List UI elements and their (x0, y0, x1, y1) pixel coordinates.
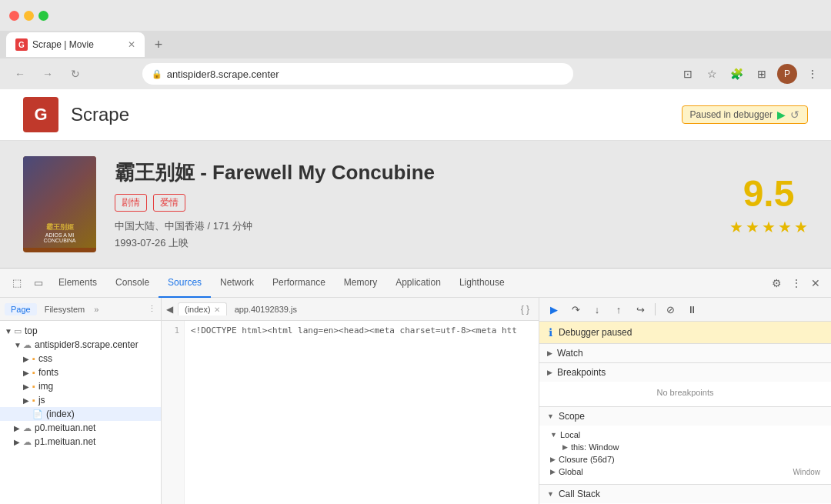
scope-this-item[interactable]: ▶ this: Window (550, 441, 820, 453)
scope-content: ▼ Local ▶ this: Window ▶ Closure (56d7) (539, 426, 831, 484)
browser-window: G Scrape | Movie ✕ + ← → ↻ 🔒 antispider8… (0, 0, 831, 504)
deactivate-breakpoints-button[interactable]: ⊘ (662, 301, 679, 318)
step-into-button[interactable]: ↓ (589, 301, 606, 318)
breakpoints-section-title: Breakpoints (557, 367, 606, 378)
star-4: ★ (778, 218, 792, 236)
tab-performance[interactable]: Performance (263, 269, 335, 298)
code-area: 1 <!DOCTYPE html><html lang=en><head><me… (162, 321, 539, 504)
breakpoints-empty-text: No breakpoints (550, 385, 820, 400)
breakpoints-section-header[interactable]: ▶ Breakpoints (539, 363, 831, 382)
sources-tab-page[interactable]: Page (5, 303, 37, 315)
bookmark-icon[interactable]: ☆ (703, 65, 722, 83)
sources-tab-filesystem[interactable]: Filesystem (38, 303, 92, 315)
tab-lighthouse[interactable]: Lighthouse (450, 269, 514, 298)
editor-format-icon[interactable]: { } (516, 304, 534, 315)
editor-tab-app[interactable]: app.40192839.js (229, 305, 303, 314)
watch-section-header[interactable]: ▶ Watch (539, 344, 831, 362)
step-button[interactable]: ↪ (632, 301, 649, 318)
scope-global-item[interactable]: ▶ Global Window (550, 466, 820, 478)
folder-icon-js: ▪ (32, 396, 35, 405)
step-over-icon[interactable]: ↺ (790, 108, 799, 121)
movie-info: 霸王别姬 - Farewell My Concubine 剧情 爱情 中国大陆、… (115, 159, 688, 250)
scope-global-label: Global (559, 467, 583, 476)
extensions-icon[interactable]: 🧩 (728, 65, 746, 83)
scope-section-header[interactable]: ▼ Scope (539, 407, 831, 426)
devtools-close-icon[interactable]: ✕ (806, 277, 825, 289)
menu-icon[interactable]: ⋮ (803, 65, 822, 83)
scope-arrow-icon: ▼ (547, 412, 554, 420)
devtools-settings-icon[interactable]: ⚙ (767, 277, 786, 289)
scope-local-item[interactable]: ▼ Local (550, 429, 820, 441)
sources-more-button[interactable]: » (94, 305, 98, 314)
toolbar-separator (655, 303, 656, 315)
movie-poster: 霸王别姬 ADIOS A MICONCUBINA (23, 156, 96, 252)
tree-item-fonts[interactable]: ▶ ▪ fonts (0, 365, 161, 379)
new-tab-button[interactable]: + (148, 34, 169, 55)
profile-icon[interactable]: ⊞ (753, 65, 771, 83)
tab-elements[interactable]: Elements (49, 269, 106, 298)
tree-item-p0[interactable]: ▶ ☁ p0.meituan.net (0, 421, 161, 435)
devtools-panel: ⬚ ▭ Elements Console Sources Network Per… (0, 268, 831, 504)
devtools-device-icon[interactable]: ▭ (28, 272, 49, 294)
tab-sources[interactable]: Sources (159, 269, 211, 298)
tab-network[interactable]: Network (211, 269, 263, 298)
favicon-letter: G (18, 41, 25, 49)
cast-icon[interactable]: ⊡ (679, 65, 697, 83)
scope-closure-label: Closure (56d7) (559, 455, 615, 464)
forward-button[interactable]: → (37, 63, 58, 85)
minimize-button[interactable] (24, 11, 34, 21)
tree-item-css[interactable]: ▶ ▪ css (0, 352, 161, 365)
step-over-button[interactable]: ↷ (567, 301, 584, 318)
browser-toolbar: ⊡ ☆ 🧩 ⊞ P ⋮ (679, 64, 822, 84)
resume-icon[interactable]: ▶ (777, 108, 786, 121)
close-button[interactable] (9, 11, 19, 21)
tree-arrow-js: ▶ (23, 396, 32, 405)
tree-label-domain: antispider8.scrape.center (35, 339, 138, 350)
step-out-button[interactable]: ↑ (610, 301, 627, 318)
tab-application[interactable]: Application (386, 269, 450, 298)
scope-local-label: Local (560, 430, 580, 439)
scope-this-value: this: Window (571, 442, 619, 452)
tree-arrow-img: ▶ (23, 382, 32, 391)
scope-this-arrow: ▶ (562, 443, 568, 451)
scope-section-title: Scope (559, 411, 585, 422)
maximize-button[interactable] (38, 11, 48, 21)
address-input-wrapper[interactable]: 🔒 antispider8.scrape.center (142, 63, 573, 85)
title-bar (0, 0, 831, 31)
back-button[interactable]: ← (9, 63, 31, 85)
code-content[interactable]: <!DOCTYPE html><html lang=en><head><meta… (185, 321, 539, 504)
tree-item-index[interactable]: ▶ 📄 (index) (0, 407, 161, 421)
breakpoints-arrow-icon: ▶ (547, 369, 552, 376)
star-3: ★ (762, 218, 776, 236)
resume-execution-button[interactable]: ▶ (546, 301, 562, 318)
sources-action-button[interactable]: ⋮ (148, 304, 156, 314)
editor-tab-close-index[interactable]: ✕ (214, 305, 220, 314)
tree-item-img[interactable]: ▶ ▪ img (0, 379, 161, 393)
call-stack-header[interactable]: ▼ Call Stack (539, 485, 831, 503)
tree-item-domain[interactable]: ▼ ☁ antispider8.scrape.center (0, 338, 161, 352)
editor-tab-index[interactable]: (index) ✕ (178, 302, 227, 315)
poster-text-chinese: 霸王别姬 (46, 222, 74, 232)
tree-label-top: top (25, 325, 38, 336)
tree-item-top[interactable]: ▼ ▭ top (0, 324, 161, 338)
reload-button[interactable]: ↻ (65, 63, 86, 85)
devtools-tab-bar: ⬚ ▭ Elements Console Sources Network Per… (0, 269, 831, 298)
pause-on-exceptions-button[interactable]: ⏸ (683, 301, 700, 318)
folder-icon-top: ▭ (14, 326, 22, 336)
scope-closure-item[interactable]: ▶ Closure (56d7) (550, 453, 820, 466)
tab-console[interactable]: Console (106, 269, 159, 298)
devtools-cursor-icon[interactable]: ⬚ (6, 272, 28, 294)
debugger-panel: ▶ ↷ ↓ ↑ ↪ ⊘ ⏸ ℹ Debugger paused (539, 298, 831, 504)
devtools-more-icon[interactable]: ⋮ (786, 277, 806, 289)
tab-close-button[interactable]: ✕ (128, 39, 135, 50)
debugger-toolbar: ▶ ↷ ↓ ↑ ↪ ⊘ ⏸ (539, 298, 831, 322)
movie-meta: 中国大陆、中国香港 / 171 分钟 (115, 219, 688, 233)
browser-tab[interactable]: G Scrape | Movie ✕ (6, 32, 145, 57)
tab-memory[interactable]: Memory (335, 269, 386, 298)
star-5: ★ (794, 218, 808, 236)
editor-tab-nav-prev[interactable]: ◀ (166, 304, 173, 315)
tree-item-js[interactable]: ▶ ▪ js (0, 393, 161, 407)
avatar[interactable]: P (777, 64, 797, 84)
tree-item-p1[interactable]: ▶ ☁ p1.meituan.net (0, 435, 161, 449)
page-content: G Scrape Paused in debugger ▶ ↺ 霸王别姬 ADI… (0, 89, 831, 268)
